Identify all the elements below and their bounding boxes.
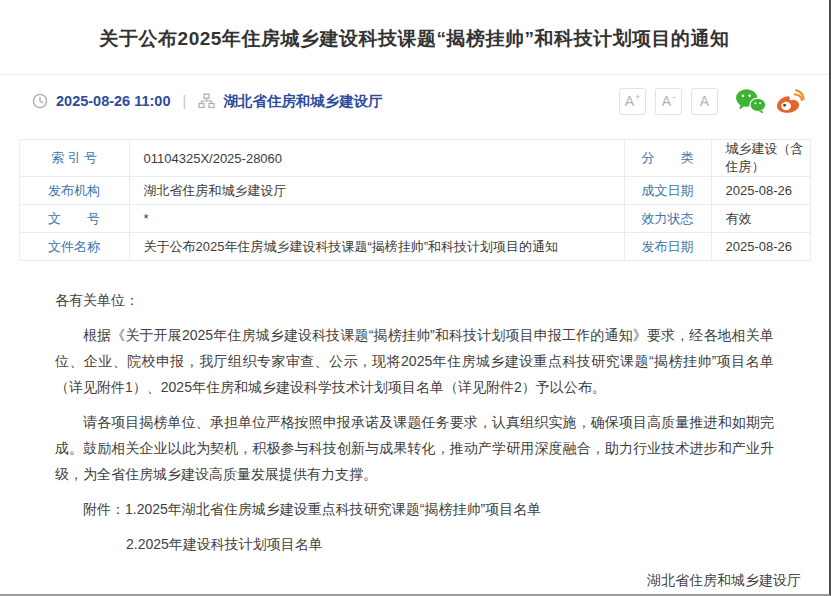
doc-title-label: 文件名称: [19, 233, 129, 261]
body-paragraph-2: 请各项目揭榜单位、承担单位严格按照申报承诺及课题任务要求，认真组织实施，确保项目…: [55, 409, 774, 487]
doc-number-value: *: [129, 205, 624, 233]
table-row: 文 号 * 效力状态 有效: [19, 205, 810, 233]
written-date-label: 成文日期: [624, 177, 711, 205]
font-increase-button[interactable]: A+: [619, 88, 646, 115]
written-date-value: 2025-08-26: [711, 177, 810, 205]
meta-controls: A+ A- A: [619, 88, 809, 115]
category-label: 分 类: [624, 140, 711, 177]
publish-date-value: 2025-08-26: [711, 233, 810, 261]
issuing-agency-value: 湖北省住房和城乡建设厅: [129, 177, 624, 205]
font-decrease-sup: -: [672, 93, 675, 102]
article-page: 关于公布2025年住房城乡建设科技课题“揭榜挂帅”和科技计划项目的通知 2025…: [0, 0, 831, 596]
font-decrease-label: A: [662, 94, 671, 108]
table-row: 索 引 号 01104325X/2025-28060 分 类 城乡建设（含住房）: [19, 140, 810, 177]
doc-number-label: 文 号: [19, 205, 129, 233]
publish-datetime: 2025-08-26 11:00: [56, 93, 171, 109]
validity-value: 有效: [711, 205, 810, 233]
body-paragraph-1: 根据《关于开展2025年住房城乡建设科技课题“揭榜挂帅”和科技计划项目申报工作的…: [55, 322, 774, 400]
meta-left: 2025-08-26 11:00 | 湖北省住房和城乡建设厅: [32, 92, 383, 111]
validity-label: 效力状态: [624, 205, 711, 233]
signature-organization: 湖北省住房和城乡建设厅: [55, 567, 801, 593]
attachment-line-2: 2.2025年建设科技计划项目名单: [55, 531, 774, 557]
font-normal-button[interactable]: A: [691, 88, 718, 115]
source-link[interactable]: 湖北省住房和城乡建设厅: [223, 92, 383, 111]
doc-title-value: 关于公布2025年住房城乡建设科技课题“揭榜挂帅”和科技计划项目的通知: [129, 233, 624, 261]
meta-row: 2025-08-26 11:00 | 湖北省住房和城乡建设厅 A+ A- A: [0, 75, 829, 127]
clock-icon: [32, 93, 48, 109]
meta-separator: |: [183, 93, 187, 109]
publish-date-label: 发布日期: [624, 233, 711, 261]
sitemap-icon: [198, 93, 215, 109]
index-number-value: 01104325X/2025-28060: [129, 140, 624, 177]
page-title: 关于公布2025年住房城乡建设科技课题“揭榜挂帅”和科技计划项目的通知: [48, 26, 781, 51]
index-number-label: 索 引 号: [19, 140, 129, 177]
table-row: 文件名称 关于公布2025年住房城乡建设科技课题“揭榜挂帅”和科技计划项目的通知…: [19, 233, 810, 261]
attachment-line-1: 附件：1.2025年湖北省住房城乡建设重点科技研究课题“揭榜挂帅”项目名单: [55, 496, 774, 522]
font-decrease-button[interactable]: A-: [655, 88, 682, 115]
wechat-share-icon[interactable]: [735, 88, 766, 114]
font-increase-label: A: [625, 94, 634, 108]
weibo-share-icon[interactable]: [775, 88, 805, 114]
issuing-agency-label: 发布机构: [19, 177, 129, 205]
font-normal-label: A: [700, 94, 709, 108]
salutation: 各有关单位：: [55, 287, 774, 313]
font-increase-sup: +: [635, 93, 640, 102]
document-info-table: 索 引 号 01104325X/2025-28060 分 类 城乡建设（含住房）…: [19, 139, 811, 261]
document-body: 各有关单位： 根据《关于开展2025年住房城乡建设科技课题“揭榜挂帅”和科技计划…: [55, 287, 774, 596]
category-value: 城乡建设（含住房）: [711, 140, 810, 177]
table-row: 发布机构 湖北省住房和城乡建设厅 成文日期 2025-08-26: [19, 177, 810, 205]
